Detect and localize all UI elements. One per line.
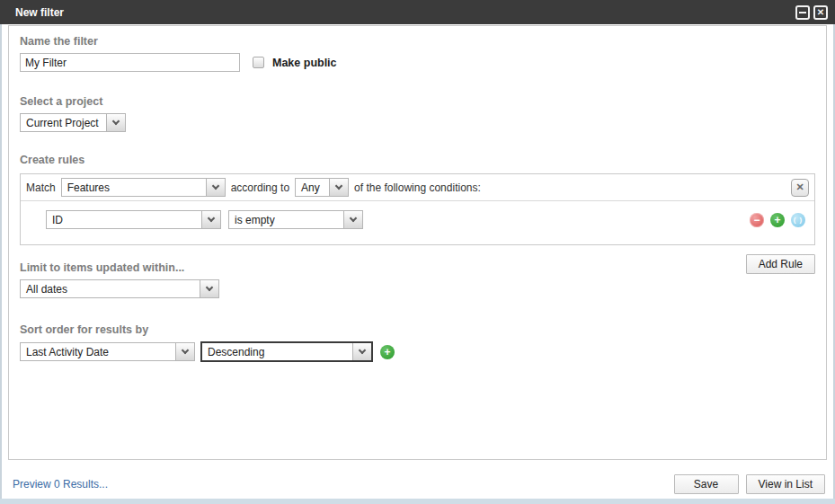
minimize-icon xyxy=(799,12,806,13)
dialog-footer: Preview 0 Results... Save View in List xyxy=(13,474,825,494)
new-filter-dialog: New filter ✕ Name the filter Make public… xyxy=(0,0,835,504)
chevron-down-icon xyxy=(175,343,194,360)
view-in-list-button[interactable]: View in List xyxy=(746,474,825,494)
filter-name-input[interactable] xyxy=(20,53,240,72)
plus-icon: + xyxy=(774,215,780,225)
according-to-label: according to xyxy=(231,181,289,194)
footer-buttons: Save View in List xyxy=(674,474,825,494)
close-icon: ✕ xyxy=(817,8,824,17)
rule-operator-select[interactable]: is empty xyxy=(228,210,363,229)
create-rules-label: Create rules xyxy=(20,154,815,166)
add-rule-icon[interactable]: + xyxy=(770,213,785,227)
chevron-down-icon xyxy=(200,280,218,297)
date-range-select[interactable]: All dates xyxy=(20,279,219,298)
sort-order-label: Sort order for results by xyxy=(20,323,815,336)
select-project-row: Current Project xyxy=(20,113,815,132)
match-type-select[interactable]: Features xyxy=(61,178,226,197)
chevron-down-icon xyxy=(329,179,348,196)
rule-field-value: ID xyxy=(47,211,201,228)
minus-icon: − xyxy=(753,215,759,225)
select-project-label: Select a project xyxy=(20,95,815,108)
save-button[interactable]: Save xyxy=(674,474,739,494)
filter-form-panel: Name the filter Make public Select a pro… xyxy=(8,25,827,460)
window-controls: ✕ xyxy=(795,5,828,20)
sort-row: Last Activity Date Descending + xyxy=(20,341,815,362)
parentheses-icon: ( ) xyxy=(794,217,804,224)
minimize-button[interactable] xyxy=(795,5,810,20)
limit-row: All dates xyxy=(20,279,815,298)
dialog-titlebar: New filter ✕ xyxy=(0,0,835,24)
preview-results-link[interactable]: Preview 0 Results... xyxy=(13,478,108,491)
dialog-title: New filter xyxy=(15,6,64,19)
date-range-value: All dates xyxy=(21,280,200,297)
rules-container: Match Features according to Any of the f… xyxy=(20,173,815,245)
remove-rule-group-button[interactable]: ✕ xyxy=(791,179,809,197)
sort-field-select[interactable]: Last Activity Date xyxy=(20,342,195,361)
according-select[interactable]: Any xyxy=(295,178,349,197)
conditions-suffix-label: of the following conditions: xyxy=(354,181,481,194)
remove-rule-icon[interactable]: − xyxy=(750,213,764,227)
chevron-down-icon xyxy=(343,211,362,228)
rule-row: ID is empty − + ( ) xyxy=(21,201,814,244)
add-rule-button[interactable]: Add Rule xyxy=(746,254,815,274)
make-public-checkbox[interactable] xyxy=(253,57,264,68)
limit-label: Limit to items updated within... xyxy=(20,261,184,274)
close-button[interactable]: ✕ xyxy=(813,5,828,20)
rule-field-select[interactable]: ID xyxy=(46,210,221,229)
sort-field-value: Last Activity Date xyxy=(21,343,175,360)
sort-direction-value: Descending xyxy=(202,343,352,360)
match-type-value: Features xyxy=(62,179,206,196)
project-select-value: Current Project xyxy=(21,114,106,131)
project-select[interactable]: Current Project xyxy=(20,113,126,132)
add-sort-icon[interactable]: + xyxy=(380,345,395,359)
match-prefix-label: Match xyxy=(26,181,56,194)
name-filter-row: Make public xyxy=(20,53,815,72)
group-rule-icon[interactable]: ( ) xyxy=(791,213,805,227)
chevron-down-icon xyxy=(201,211,220,228)
match-header-row: Match Features according to Any of the f… xyxy=(21,174,814,201)
limit-addrule-row: Limit to items updated within... Add Rul… xyxy=(20,254,815,274)
name-filter-label: Name the filter xyxy=(20,35,815,48)
chevron-down-icon xyxy=(206,179,225,196)
make-public-label: Make public xyxy=(272,57,337,69)
sort-direction-select[interactable]: Descending xyxy=(200,341,373,362)
plus-icon: + xyxy=(384,347,390,358)
according-value: Any xyxy=(296,179,329,196)
chevron-down-icon xyxy=(352,343,371,360)
close-icon: ✕ xyxy=(795,181,804,193)
rule-operator-value: is empty xyxy=(229,211,343,228)
chevron-down-icon xyxy=(106,114,125,131)
rule-action-icons: − + ( ) xyxy=(750,213,805,227)
dialog-bottom-edge xyxy=(0,499,835,504)
